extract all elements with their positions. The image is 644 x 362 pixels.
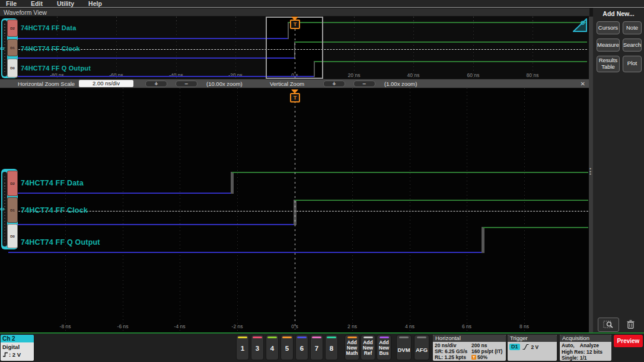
d0-chip[interactable]: D0 [7, 59, 18, 78]
d2-signal-label: 74HCT74 FF Data [21, 24, 76, 31]
add-new-note-button[interactable]: Note [623, 21, 642, 34]
channel-stripe [312, 337, 321, 338]
trigger-t-marker[interactable]: T [290, 20, 300, 29]
h-zoom-plus-button[interactable]: + [145, 81, 167, 87]
splitter-grip-icon[interactable]: ••• [589, 168, 591, 176]
channel-number: 7 [311, 345, 323, 352]
channel-button-4[interactable]: 4 [266, 335, 279, 360]
preview-button[interactable]: Preview [614, 335, 643, 347]
trigger-position-icon: T [471, 355, 476, 360]
d2-high-segment [232, 172, 588, 173]
axis-tick-label: 60 ns [460, 72, 487, 78]
axis-tick-label: -8 ns [52, 323, 79, 329]
h-window-value: 200 ns [471, 342, 504, 348]
h-zoom-scale-input[interactable]: 2.00 ns/div [79, 80, 133, 87]
acquisition-badge[interactable]: Acquisition Auto, Analyze High Res: 12 b… [560, 335, 611, 361]
horizontal-badge-body: 20 ns/div 200 ns SR: 6.25 GS/s 160 ps/pt… [433, 342, 506, 361]
menu-edit[interactable]: Edit [31, 0, 43, 7]
channel-button-3[interactable]: 3 [251, 335, 264, 360]
zoomed-waveform-plot[interactable]: -8 ns-6 ns-4 ns-2 ns0 s2 ns4 ns6 ns8 nsC… [0, 88, 589, 332]
channel-stripe [282, 337, 292, 338]
group-label: C2 [0, 47, 5, 50]
overview-waveform-plot[interactable]: -80 ns-60 ns-40 ns-20 ns0 s20 ns40 ns60 … [0, 17, 589, 79]
d2-low-segment [8, 193, 232, 194]
add-new-search-button[interactable]: Search [623, 39, 642, 52]
v-zoom-minus-button[interactable]: − [353, 81, 375, 87]
channel-button-7[interactable]: 7 [310, 335, 323, 360]
gridline [524, 88, 525, 332]
add-new-results-table-button[interactable]: Results Table [597, 56, 620, 72]
add-new-measure-button[interactable]: Measure [597, 39, 620, 52]
gridline [176, 17, 177, 79]
rising-edge-icon [522, 344, 529, 350]
tekscope-window: FileEditUtilityHelp Waveform View -80 ns… [0, 0, 644, 362]
trigger-source-pill: D1 [509, 344, 520, 350]
d1-threshold-line [18, 211, 588, 212]
add-stripe [380, 337, 389, 338]
d0-edge [482, 227, 484, 253]
box-zoom-button[interactable] [598, 318, 619, 332]
gridline [413, 17, 414, 79]
group-label: C2 [0, 207, 5, 211]
d2-high-segment [288, 22, 587, 23]
menu-help[interactable]: Help [88, 0, 102, 7]
magnifier-icon [603, 320, 614, 329]
v-zoom-label: Vertical Zoom [270, 81, 304, 87]
menu-file[interactable]: File [6, 0, 17, 7]
scope-badge-bar: Ch 2 Digital : 2 V 1345678AddNewMathAddN… [0, 334, 644, 362]
menu-utility[interactable]: Utility [57, 0, 74, 7]
channel-badge-ch2[interactable]: Ch 2 Digital : 2 V [1, 335, 34, 361]
channel-button-6[interactable]: 6 [295, 335, 308, 360]
h-zoom-minus-button[interactable]: − [176, 81, 197, 87]
button-label: DVM [397, 347, 411, 353]
close-zoom-icon[interactable]: ✕ [581, 81, 585, 87]
h-zoom-scale-label: Horizontal Zoom Scale [18, 81, 75, 87]
afg-button[interactable]: AFG [414, 335, 429, 360]
trash-button[interactable] [624, 318, 637, 331]
d0-low-segment [8, 252, 483, 253]
channel-button-8[interactable]: 8 [325, 335, 338, 360]
dvm-button[interactable]: DVM [396, 335, 412, 360]
add-new-cursors-button[interactable]: Cursors [597, 21, 620, 34]
h-zoom-factor: (10.00x zoom) [206, 81, 243, 87]
d2-edge [231, 172, 234, 194]
gridline [235, 17, 236, 79]
h-samplerate-value: SR: 6.25 GS/s [435, 348, 471, 354]
add-new-ref-button[interactable]: AddNewRef [361, 335, 375, 360]
acq-single-value: Single: 1/1 [562, 355, 610, 361]
trigger-badge-title: Trigger [508, 335, 557, 342]
acquisition-badge-title: Acquisition [560, 335, 611, 342]
d1-chip[interactable]: D1 [7, 197, 18, 223]
channel-button-1[interactable]: 1 [236, 335, 249, 360]
channel-button-5[interactable]: 5 [280, 335, 294, 360]
trigger-t-marker[interactable]: T [290, 93, 300, 102]
axis-tick-label: -2 ns [224, 323, 251, 329]
axis-tick-label: -4 ns [166, 323, 193, 329]
waveform-view-tab[interactable]: Waveform View [0, 8, 589, 17]
draw-box-zoom-icon[interactable] [573, 18, 587, 32]
d0-chip[interactable]: D0 [7, 224, 18, 248]
add-new-plot-button[interactable]: Plot [623, 56, 642, 72]
horizontal-badge[interactable]: Horizontal 20 ns/div 200 ns SR: 6.25 GS/… [433, 335, 506, 361]
v-zoom-plus-button[interactable]: + [323, 81, 345, 87]
trigger-badge[interactable]: Trigger D1 2 V [508, 335, 557, 361]
d2-chip[interactable]: D2 [7, 20, 18, 37]
d2-low-segment [18, 38, 288, 39]
gridline [354, 17, 355, 79]
h-resolution-value: 160 ps/pt (IT) [471, 348, 504, 354]
button-stripe [417, 337, 426, 338]
axis-tick-label: 8 ns [511, 323, 538, 329]
button-stripe [399, 337, 409, 338]
axis-tick-label: -20 ns [222, 72, 249, 78]
add-new-bus-button[interactable]: AddNewBus [377, 335, 391, 360]
add-new-math-button[interactable]: AddNewMath [345, 335, 359, 360]
d1-chip[interactable]: D1 [7, 39, 18, 56]
d0-high-segment [483, 227, 588, 228]
d0-signal-label: 74HCT74 FF Q Output [21, 65, 91, 72]
ch2-type-label: Digital [2, 343, 34, 351]
axis-tick-label: -60 ns [103, 72, 130, 78]
splitter-bar[interactable]: ••• [589, 17, 593, 332]
channel-number: 4 [266, 345, 278, 352]
d2-chip[interactable]: D2 [7, 171, 18, 196]
gridline [467, 88, 467, 332]
